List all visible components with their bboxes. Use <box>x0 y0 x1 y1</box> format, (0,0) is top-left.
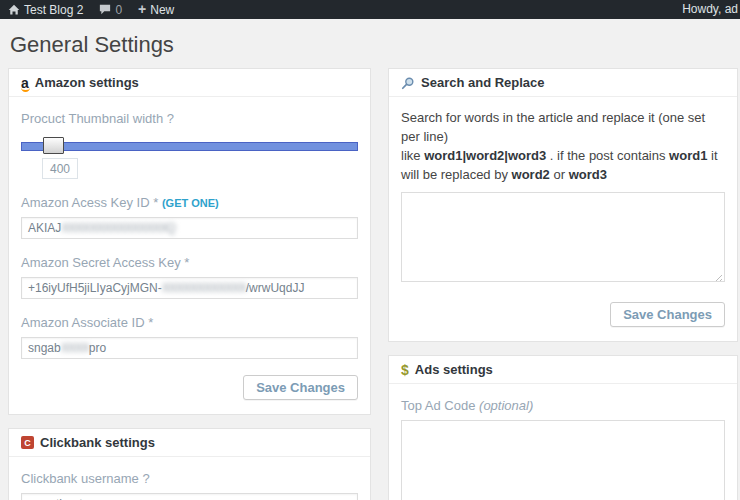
help-or: or <box>550 167 569 182</box>
thumbnail-width-slider[interactable] <box>21 138 358 156</box>
thumbnail-width-label: Procuct Thumbnail width ? <box>21 111 358 126</box>
search-replace-title: Search and Replace <box>421 75 545 90</box>
new-label: New <box>150 3 174 17</box>
access-key-visible: AKIAJ <box>28 221 61 235</box>
comment-count: 0 <box>115 3 122 17</box>
clickbank-icon: C <box>21 436 34 449</box>
help-mid1: . if the post contains <box>546 148 669 163</box>
search-icon <box>401 76 415 90</box>
secret-key-input[interactable]: +16iyUfH5jiLIyaCyjMGN- XXXXXXXXXXXX /wrw… <box>21 277 358 299</box>
associate-id-redacted: XXXX <box>61 341 89 355</box>
slider-track <box>21 142 358 151</box>
amazon-settings-header: a Amazon settings <box>9 69 370 97</box>
clickbank-settings-panel: C Clickbank settings Clickbank username … <box>8 428 371 500</box>
secret-key-suffix: /wrwUqdJJ <box>246 281 305 295</box>
comments-icon <box>99 4 111 15</box>
amazon-save-button[interactable]: Save Changes <box>243 375 358 400</box>
search-replace-textarea[interactable] <box>401 192 725 282</box>
thumbnail-width-value: 400 <box>42 158 78 179</box>
amazon-settings-title: Amazon settings <box>35 75 139 90</box>
search-replace-save-row: Save Changes <box>401 302 725 327</box>
clickbank-username-label: Clickbank username ? <box>21 471 358 486</box>
slider-handle[interactable] <box>43 137 64 154</box>
dollar-icon: $ <box>401 362 409 378</box>
secret-key-redacted: XXXXXXXXXXXX <box>162 281 246 295</box>
ads-settings-title: Ads settings <box>415 362 493 377</box>
top-ad-optional: (optional) <box>479 398 533 413</box>
top-ad-textarea-wrap <box>401 420 725 500</box>
search-replace-save-button[interactable]: Save Changes <box>610 302 725 327</box>
search-replace-panel: Search and Replace Search for words in t… <box>388 68 738 342</box>
comments-menu[interactable]: 0 <box>91 0 130 19</box>
search-replace-header: Search and Replace <box>389 69 737 97</box>
plus-icon: + <box>138 0 146 19</box>
ads-settings-body: Top Ad Code (optional) Bottom Ad Code (o… <box>389 384 737 500</box>
help-word2: word2 <box>512 167 550 182</box>
help-word1: word1 <box>669 148 707 163</box>
access-key-redacted: XXXXXXXXXXXXXXXQ <box>61 221 174 235</box>
howdy-menu[interactable]: Howdy, ad <box>682 0 738 19</box>
top-ad-code-label-text: Top Ad Code <box>401 398 479 413</box>
top-ad-code-label: Top Ad Code (optional) <box>401 398 725 413</box>
left-column: a Amazon settings Procuct Thumbnail widt… <box>8 68 371 500</box>
amazon-settings-panel: a Amazon settings Procuct Thumbnail widt… <box>8 68 371 415</box>
amazon-settings-body: Procuct Thumbnail width ? 400 Amazon Ace… <box>9 97 370 414</box>
help-like: like <box>401 148 424 163</box>
access-key-label-text: Amazon Acess Key ID * <box>21 195 158 210</box>
get-one-link[interactable]: (GET ONE) <box>162 197 219 209</box>
top-ad-code-textarea[interactable] <box>401 420 725 500</box>
clickbank-username-input[interactable] <box>21 493 358 500</box>
clickbank-settings-body: Clickbank username ? Clickbank password … <box>9 457 370 500</box>
site-name: Test Blog 2 <box>24 3 83 17</box>
amazon-save-row: Save Changes <box>21 375 358 400</box>
access-key-input[interactable]: AKIAJ XXXXXXXXXXXXXXXQ <box>21 217 358 239</box>
associate-id-input[interactable]: sngab XXXX pro <box>21 337 358 359</box>
ads-settings-panel: $ Ads settings Top Ad Code (optional) Bo… <box>388 355 738 500</box>
admin-bar: Test Blog 2 0 + New Howdy, ad <box>0 0 740 19</box>
page-title: General Settings <box>10 32 174 58</box>
general-settings-page: Test Blog 2 0 + New Howdy, ad General Se… <box>0 0 740 500</box>
secret-key-label: Amazon Secret Access Key * <box>21 255 358 270</box>
home-icon <box>8 4 20 16</box>
ads-settings-header: $ Ads settings <box>389 356 737 384</box>
clickbank-settings-title: Clickbank settings <box>40 435 155 450</box>
help-pattern: word1|word2|word3 <box>424 148 546 163</box>
new-menu[interactable]: + New <box>130 0 182 19</box>
site-menu[interactable]: Test Blog 2 <box>0 0 91 19</box>
right-column: Search and Replace Search for words in t… <box>388 68 738 500</box>
access-key-label: Amazon Acess Key ID * (GET ONE) <box>21 195 358 210</box>
help-line1: Search for words in the article and repl… <box>401 110 705 144</box>
search-replace-help: Search for words in the article and repl… <box>401 109 725 184</box>
associate-id-suffix: pro <box>89 341 106 355</box>
help-word3: word3 <box>569 167 607 182</box>
amazon-icon: a <box>21 77 29 89</box>
associate-id-prefix: sngab <box>28 341 61 355</box>
clickbank-settings-header: C Clickbank settings <box>9 429 370 457</box>
secret-key-prefix: +16iyUfH5jiLIyaCyjMGN- <box>28 281 162 295</box>
associate-id-label: Amazon Associate ID * <box>21 315 358 330</box>
search-replace-textarea-wrap <box>401 192 725 286</box>
search-replace-body: Search for words in the article and repl… <box>389 97 737 341</box>
